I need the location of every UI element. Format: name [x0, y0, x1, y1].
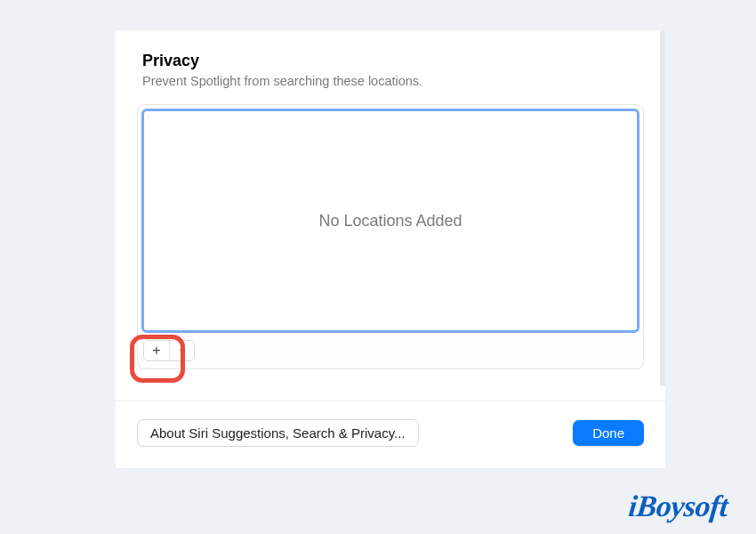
minus-icon: −	[178, 344, 186, 358]
remove-location-button: −	[169, 341, 194, 360]
empty-state-text: No Locations Added	[318, 212, 462, 231]
plus-icon: +	[152, 344, 160, 358]
section-subtitle: Prevent Spotlight from searching these l…	[142, 74, 639, 88]
watermark-logo: iBoysoft	[627, 490, 729, 523]
done-button[interactable]: Done	[573, 420, 644, 446]
add-location-button[interactable]: +	[144, 341, 169, 360]
scrollbar[interactable]	[660, 30, 665, 386]
section-header: Privacy Prevent Spotlight from searching…	[116, 30, 665, 95]
list-controls: + −	[141, 338, 639, 365]
footer-bar: About Siri Suggestions, Search & Privacy…	[116, 400, 665, 468]
locations-list[interactable]: No Locations Added	[141, 109, 639, 333]
add-remove-stepper: + −	[143, 340, 195, 361]
privacy-panel: Privacy Prevent Spotlight from searching…	[116, 30, 665, 468]
section-title: Privacy	[142, 52, 639, 70]
about-privacy-button[interactable]: About Siri Suggestions, Search & Privacy…	[137, 419, 419, 447]
locations-list-container: No Locations Added + −	[137, 104, 644, 369]
